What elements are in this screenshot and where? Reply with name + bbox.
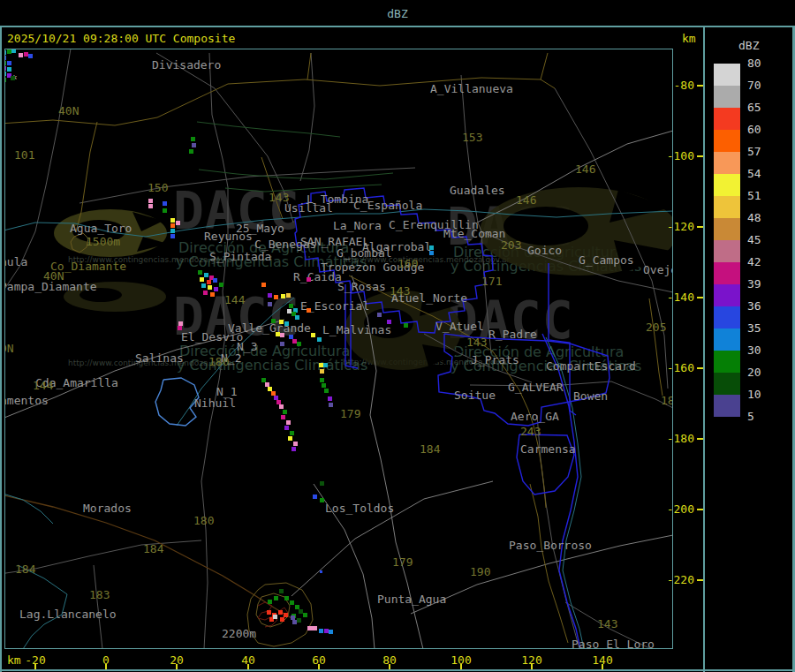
place-label: A_Villanueva bbox=[430, 82, 513, 95]
place-label: G_Campos bbox=[579, 253, 634, 267]
radar-echo-pixel bbox=[387, 320, 391, 324]
legend-swatch bbox=[714, 196, 740, 218]
radar-echo-pixel bbox=[323, 363, 328, 367]
left-border bbox=[0, 26, 2, 672]
route-label: 1500m bbox=[86, 235, 120, 248]
route-label: 146 bbox=[575, 162, 595, 176]
route-label: 143 bbox=[597, 617, 617, 630]
place-label: Bowen bbox=[573, 389, 608, 403]
radar-echo-pixel bbox=[268, 293, 272, 298]
legend-swatch bbox=[714, 328, 740, 351]
right-axis-label: -220 bbox=[657, 573, 694, 586]
place-label: S_Rosas bbox=[337, 280, 386, 293]
bottom-axis-tick bbox=[531, 664, 533, 669]
radar-echo-pixel bbox=[311, 333, 315, 337]
radar-echo-pixel bbox=[11, 49, 16, 53]
legend-value-label: 48 bbox=[747, 211, 783, 224]
radar-echo-pixel bbox=[4, 50, 6, 55]
legend-title: dBZ bbox=[738, 39, 759, 52]
radar-echo-pixel bbox=[148, 204, 153, 208]
radar-echo-pixel bbox=[191, 137, 195, 141]
radar-echo-pixel bbox=[286, 420, 291, 425]
radar-echo-pixel bbox=[284, 596, 289, 600]
bottom-axis-tick bbox=[247, 664, 249, 669]
radar-echo-pixel bbox=[288, 436, 292, 441]
radar-echo-pixel bbox=[273, 615, 277, 619]
route-label: 179 bbox=[340, 407, 360, 420]
radar-echo-pixel bbox=[189, 149, 193, 154]
route-label: 243 bbox=[520, 425, 541, 438]
legend-divider bbox=[703, 26, 705, 672]
route-label: 190 bbox=[470, 565, 490, 578]
right-axis-label: -100 bbox=[657, 149, 694, 162]
radar-echo-pixel bbox=[192, 143, 196, 147]
radar-echo-pixel bbox=[271, 319, 276, 323]
bottom-axis-tick bbox=[176, 664, 178, 669]
radar-echo-pixel bbox=[7, 61, 11, 65]
radar-echo-pixel bbox=[320, 498, 324, 502]
radar-echo-pixel bbox=[148, 199, 153, 203]
route-label: 153 bbox=[462, 131, 482, 144]
roads-gray-layer bbox=[4, 49, 673, 649]
radar-echo-pixel bbox=[297, 342, 301, 346]
legend-swatch bbox=[714, 130, 740, 152]
legend-swatch bbox=[714, 373, 740, 395]
radar-echo-pixel bbox=[4, 66, 6, 71]
map-content: DivisaderoA_VillanuevaGuadalesL_TombinaU… bbox=[4, 49, 673, 649]
place-label: Morados bbox=[83, 502, 132, 515]
radar-echo-pixel bbox=[170, 218, 175, 223]
radar-echo-pixel bbox=[281, 415, 285, 419]
radar-echo-pixel bbox=[280, 333, 284, 337]
place-label: G_bombal bbox=[337, 246, 392, 260]
radar-echo-pixel bbox=[201, 283, 206, 288]
radar-echo-pixel bbox=[280, 617, 284, 622]
route-label: 144 bbox=[224, 293, 245, 306]
place-label: Paso_El_Loro bbox=[572, 638, 655, 649]
road-morados-brown bbox=[4, 495, 292, 618]
route-label: 40N bbox=[43, 269, 64, 283]
legend-value-label: 70 bbox=[747, 79, 783, 92]
place-label: Oveje bbox=[643, 263, 673, 276]
route-label: 160 bbox=[398, 257, 418, 270]
radar-echo-pixel bbox=[377, 313, 382, 317]
radar-echo-pixel bbox=[7, 67, 11, 72]
place-label: La_Nora bbox=[333, 219, 382, 232]
place-label: aula bbox=[4, 255, 27, 268]
bottom-border bbox=[0, 669, 795, 671]
radar-echo-pixel bbox=[176, 221, 180, 225]
radar-echo-pixel bbox=[11, 76, 15, 80]
radar-echo-pixel bbox=[280, 342, 284, 346]
radar-echo-pixel bbox=[163, 201, 167, 206]
right-axis-tick bbox=[697, 509, 703, 510]
radar-echo-pixel bbox=[279, 320, 284, 324]
right-axis-label: -200 bbox=[657, 502, 694, 516]
place-label: Lag.Llancanelo bbox=[19, 608, 117, 621]
radar-echo-pixel bbox=[4, 78, 6, 82]
place-label: Agua_Toro bbox=[70, 222, 132, 235]
legend-swatch bbox=[714, 174, 740, 196]
route-label: 143 bbox=[390, 284, 410, 298]
radar-echo-pixel bbox=[198, 270, 202, 275]
place-label: G_ALVEAR bbox=[508, 381, 564, 394]
bottom-axis-tick bbox=[105, 664, 107, 669]
legend-swatch bbox=[714, 395, 740, 417]
route-label: 180 bbox=[193, 514, 214, 527]
radar-echo-pixel bbox=[292, 447, 296, 451]
place-label: Punta_Agua bbox=[377, 593, 446, 606]
route-label: 146 bbox=[516, 193, 536, 207]
right-axis-tick bbox=[697, 297, 703, 298]
radar-echo-pixel bbox=[324, 389, 329, 393]
radar-echo-pixel bbox=[328, 396, 332, 401]
radar-echo-pixel bbox=[208, 285, 212, 290]
radar-echo-pixel bbox=[295, 315, 299, 320]
radar-echo-pixel bbox=[317, 337, 322, 342]
radar-echo-pixel bbox=[214, 287, 218, 291]
lake-nihuil-outline bbox=[155, 378, 199, 426]
bottom-axis-tick bbox=[389, 664, 390, 669]
radar-echo-pixel bbox=[286, 293, 291, 298]
radar-echo-pixel bbox=[307, 626, 317, 630]
legend-value-label: 30 bbox=[747, 344, 783, 357]
place-label: V_Atuel bbox=[435, 320, 484, 333]
legend-value-label: 39 bbox=[747, 277, 783, 291]
route-label: 143 bbox=[269, 191, 289, 204]
